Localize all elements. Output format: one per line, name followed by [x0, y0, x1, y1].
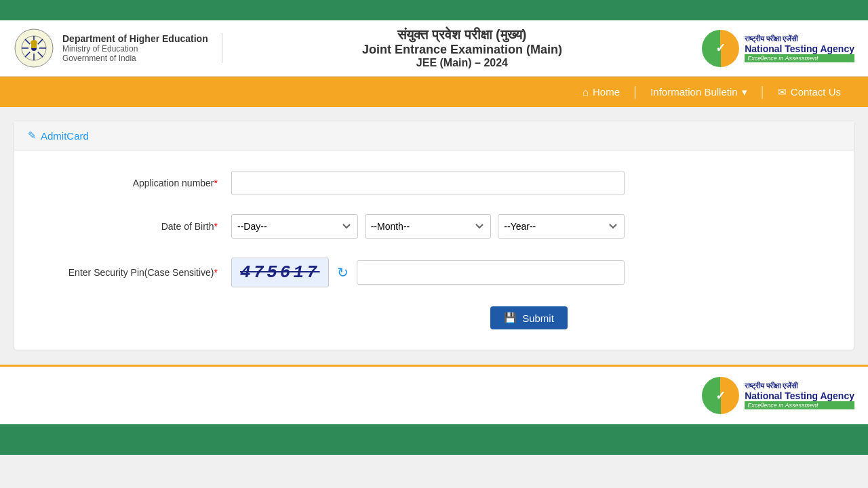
exam-year: JEE (Main) – 2024: [222, 57, 703, 69]
hindi-title: संयुक्त प्रवेश परीक्षा (मुख्य): [222, 27, 703, 43]
eng-title: Joint Entrance Examination (Main): [222, 43, 703, 57]
nta-logo: राष्ट्रीय परीक्षा एजेंसी National Testin…: [702, 30, 854, 67]
card-header: ✎ AdmitCard: [14, 121, 854, 150]
navbar: ⌂ Home | Information Bulletin ▾ | ✉ Cont…: [0, 77, 868, 107]
emblem-icon: [14, 28, 54, 68]
floppy-icon: 💾: [504, 312, 517, 324]
bottom-green-bar: [0, 424, 868, 455]
captcha-area: 475617 ↻: [231, 258, 625, 287]
dob-group: Date of Birth* --Day-- --Month-- --Year-…: [41, 214, 827, 239]
ministry-label: Ministry of Education: [62, 44, 208, 54]
edit-icon: ✎: [28, 129, 37, 142]
app-number-group: Application number*: [41, 171, 827, 195]
nta-text: राष्ट्रीय परीक्षा एजेंसी National Testin…: [745, 35, 854, 62]
security-pin-group: Enter Security Pin(Case Sensitive)* 4756…: [41, 258, 827, 287]
home-icon: ⌂: [583, 86, 589, 98]
refresh-captcha-icon[interactable]: ↻: [337, 264, 349, 281]
footer: राष्ट्रीय परीक्षा एजेंसी National Testin…: [0, 365, 868, 424]
nta-tagline: Excellence in Assessment: [745, 54, 854, 62]
dob-selects: --Day-- --Month-- --Year--: [231, 214, 625, 239]
svg-rect-12: [31, 44, 37, 48]
footer-nta-text: राष्ट्रीय परीक्षा एजेंसी National Testin…: [745, 382, 854, 409]
captcha-value: 475617: [240, 262, 320, 283]
header: Department of Higher Education Ministry …: [0, 20, 868, 77]
application-number-input[interactable]: [231, 171, 625, 195]
admit-card-link[interactable]: ✎ AdmitCard: [28, 129, 89, 142]
form-card: ✎ AdmitCard Application number* Date of …: [14, 121, 854, 350]
govt-label: Government of India: [62, 54, 208, 63]
top-green-bar: [0, 0, 868, 20]
card-body: Application number* Date of Birth* --Day…: [14, 150, 854, 350]
submit-label: Submit: [522, 312, 554, 324]
app-number-required: *: [214, 178, 218, 188]
month-select[interactable]: --Month--: [365, 214, 492, 239]
header-left: Department of Higher Education Ministry …: [14, 28, 222, 68]
captcha-image: 475617: [231, 258, 329, 287]
dob-label: Date of Birth*: [41, 221, 231, 232]
nta-circle-icon: [702, 30, 739, 67]
dept-info: Department of Higher Education Ministry …: [62, 33, 222, 63]
nav-home-label: Home: [593, 86, 620, 98]
app-number-label: Application number*: [41, 178, 231, 188]
header-right: राष्ट्रीय परीक्षा एजेंसी National Testin…: [702, 30, 854, 67]
security-pin-label: Enter Security Pin(Case Sensitive)*: [41, 267, 231, 278]
year-select[interactable]: --Year--: [498, 214, 625, 239]
dob-required: *: [214, 221, 218, 232]
footer-nta-hindi: राष्ट्रीय परीक्षा एजेंसी: [745, 382, 854, 390]
nta-name: National Testing Agency: [745, 43, 854, 54]
footer-nta-logo: राष्ट्रीय परीक्षा एजेंसी National Testin…: [702, 377, 854, 414]
header-center: संयुक्त प्रवेश परीक्षा (मुख्य) Joint Ent…: [222, 27, 703, 69]
submit-button[interactable]: 💾 Submit: [490, 306, 568, 329]
nav-home[interactable]: ⌂ Home: [569, 77, 633, 107]
nav-contact-label: Contact Us: [791, 86, 841, 98]
dept-name: Department of Higher Education: [62, 33, 208, 44]
nav-contact[interactable]: ✉ Contact Us: [764, 77, 854, 107]
day-select[interactable]: --Day--: [231, 214, 358, 239]
footer-nta-name: National Testing Agency: [745, 390, 854, 401]
dropdown-icon: ▾: [742, 86, 747, 98]
security-pin-required: *: [214, 267, 218, 278]
nta-hindi: राष्ट्रीय परीक्षा एजेंसी: [745, 35, 854, 43]
main-content: ✎ AdmitCard Application number* Date of …: [0, 107, 868, 365]
admit-card-label: AdmitCard: [41, 130, 89, 142]
footer-nta-tagline: Excellence in Assessment: [745, 401, 854, 409]
footer-nta-circle-icon: [702, 377, 739, 414]
submit-group: 💾 Submit: [41, 306, 827, 329]
captcha-input[interactable]: [357, 260, 625, 285]
contact-icon: ✉: [778, 86, 787, 98]
nav-info-label: Information Bulletin: [650, 86, 737, 98]
nav-info-bulletin[interactable]: Information Bulletin ▾: [637, 77, 760, 107]
